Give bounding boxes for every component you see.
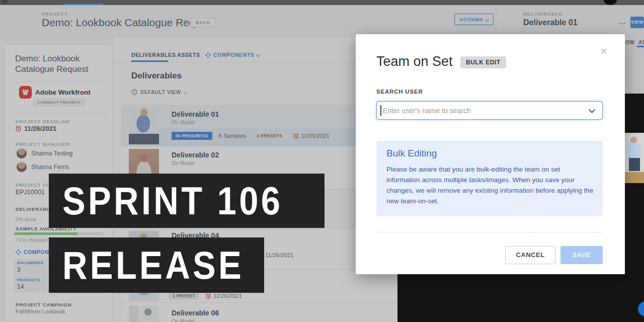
modal-divider	[376, 232, 603, 232]
search-user-label: SEARCH USER	[376, 89, 423, 95]
video-letterbox-bottom	[397, 274, 644, 322]
photo-person-legs	[629, 158, 640, 171]
sprint-banner-line2: RELEASE	[49, 237, 264, 293]
bulk-edit-badge: BULK EDIT	[460, 56, 506, 68]
photo-person-body	[627, 143, 640, 160]
modal-title: Team on Set	[376, 54, 453, 69]
info-box-body: Please be aware that you are bulk-editin…	[386, 164, 595, 206]
close-icon[interactable]: ×	[600, 45, 607, 57]
sprint-banner-line1: SPRINT 106	[49, 174, 325, 228]
cancel-button[interactable]: CANCEL	[505, 246, 555, 264]
asset-preview-photo	[625, 133, 644, 183]
search-user-input[interactable]	[382, 106, 590, 115]
save-button[interactable]: SAVE	[560, 246, 603, 264]
photo-floor	[625, 172, 644, 183]
info-box-title: Bulk Editing	[386, 148, 437, 159]
chevron-down-icon[interactable]	[589, 107, 595, 113]
search-user-combobox[interactable]	[376, 101, 603, 120]
screen: PROJECT Demo: Lookbook Catalogue Request…	[0, 0, 644, 322]
text-caret	[380, 105, 381, 116]
